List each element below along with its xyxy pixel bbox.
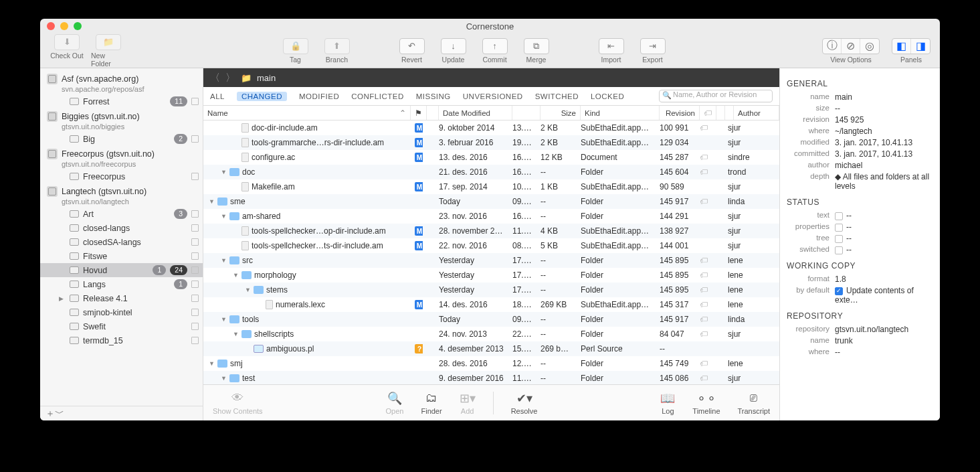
update-externals-checkbox[interactable] (835, 287, 843, 295)
checkout-button[interactable]: ⬇Check Out (50, 34, 84, 68)
revert-button[interactable]: ↶Revert (395, 38, 429, 64)
search-input[interactable]: Name, Author or Revision (659, 90, 773, 102)
minimize-window-button[interactable] (60, 22, 68, 30)
sidebar-item[interactable]: Forrest11 (40, 94, 203, 108)
column-header[interactable]: Name⌃ ⚑ Date Modified Size Kind Revision… (203, 106, 779, 121)
status-tree-checkbox[interactable] (835, 235, 843, 243)
checkbox[interactable] (191, 323, 199, 330)
panel-left-icon[interactable]: ◧ (892, 39, 911, 54)
checkbox[interactable] (191, 98, 199, 105)
table-row[interactable]: ▼toolsToday09.50--Folder145 917🏷linda (203, 312, 779, 327)
nav-back-button[interactable]: 〈 (210, 72, 220, 84)
sidebar-item[interactable]: Big2 (40, 132, 203, 146)
checkbox[interactable] (191, 266, 199, 274)
repo-header[interactable]: Asf (svn.apache.org)svn.apache.org/repos… (40, 71, 203, 94)
disclosure-icon[interactable]: ▼ (221, 375, 227, 382)
info-icon[interactable]: ⓘ (823, 39, 842, 54)
checkbox[interactable] (191, 252, 199, 260)
disclosure-icon[interactable]: ▼ (221, 169, 227, 175)
resolve-button[interactable]: ✔▾Resolve (511, 391, 538, 415)
commit-button[interactable]: ↑Commit (478, 38, 512, 64)
filter-changed[interactable]: CHANGED (237, 92, 287, 101)
branch-button[interactable]: ⬆Branch (320, 38, 355, 64)
filter-switched[interactable]: SWITCHED (535, 92, 579, 100)
repo-header[interactable]: Biggies (gtsvn.uit.no)gtsvn.uit.no/biggi… (40, 108, 203, 132)
nav-forward-button[interactable]: 〉 (225, 72, 235, 84)
repo-header[interactable]: Freecorpus (gtsvn.uit.no)gtsvn.uit.no/fr… (40, 146, 203, 169)
disclosure-icon[interactable]: ▼ (233, 331, 239, 337)
table-row[interactable]: tools-spellchecker…op-dir-include.amM28.… (203, 224, 779, 238)
disclosure-icon[interactable]: ▼ (233, 272, 239, 279)
table-row[interactable]: tools-grammarche…rs-dir-include.amM3. fe… (203, 135, 779, 150)
sidebar-item[interactable]: Freecorpus (40, 169, 203, 183)
table-row[interactable]: ▼srcYesterday17.07--Folder145 895🏷lene (203, 253, 779, 268)
filter-missing[interactable]: MISSING (416, 92, 451, 100)
sidebar-item[interactable]: ▶Release 4.1 (40, 291, 203, 305)
checkbox[interactable] (191, 337, 199, 344)
sidebar-item[interactable]: closedSA-langs (40, 235, 203, 249)
disclosure-icon[interactable]: ▼ (245, 287, 251, 293)
table-row[interactable]: ▼smj28. des. 201612.46--Folder145 749🏷le… (203, 356, 779, 371)
merge-button[interactable]: ⧉Merge (519, 38, 554, 64)
table-row[interactable]: doc-dir-include.amM9. oktober 201413.242… (203, 121, 779, 135)
sidebar-item[interactable]: Swefit (40, 319, 203, 333)
checkbox[interactable] (191, 210, 199, 218)
checkbox[interactable] (191, 281, 199, 288)
checkbox[interactable] (191, 309, 199, 316)
view-options-button[interactable]: ⓘ⊘◎ View Options (822, 38, 880, 64)
checkbox[interactable] (191, 224, 199, 232)
log-button[interactable]: 📖Log (660, 391, 675, 415)
table-row[interactable]: ▼shellscripts24. nov. 201322.48--Folder8… (203, 327, 779, 341)
cancel-icon[interactable]: ⊘ (842, 39, 860, 54)
filter-unversioned[interactable]: UNVERSIONED (463, 92, 523, 100)
disclosure-icon[interactable]: ▼ (209, 360, 215, 367)
table-row[interactable]: numerals.lexcM14. des. 201618.52269 KBSu… (203, 297, 779, 312)
checkbox[interactable] (191, 295, 199, 302)
table-row[interactable]: configure.acM13. des. 201616.3812 KBDocu… (203, 150, 779, 165)
sidebar-item[interactable]: Langs1 (40, 277, 203, 291)
finder-button[interactable]: 🗂Finder (421, 391, 442, 415)
zoom-window-button[interactable] (74, 22, 82, 30)
table-row[interactable]: ▼morphologyYesterday17.07--Folder145 895… (203, 268, 779, 283)
sidebar-item[interactable]: termdb_15 (40, 333, 203, 347)
add-source-button[interactable]: ＋﹀ (45, 408, 64, 420)
transcript-button[interactable]: ⎚Transcript (738, 391, 771, 415)
filter-modified[interactable]: MODIFIED (299, 92, 339, 100)
close-window-button[interactable] (47, 22, 55, 30)
filter-all[interactable]: ALL (210, 92, 225, 100)
export-button[interactable]: ⇥Export (635, 38, 670, 64)
status-properties-checkbox[interactable] (835, 224, 843, 232)
newfolder-button[interactable]: 📁New Folder (91, 34, 126, 68)
disclosure-icon[interactable]: ▼ (209, 198, 215, 205)
checkbox[interactable] (191, 135, 199, 143)
status-switched-checkbox[interactable] (835, 246, 843, 254)
disclosure-icon[interactable]: ▼ (221, 316, 227, 323)
table-row[interactable]: tools-spellchecker…ts-dir-include.amM22.… (203, 238, 779, 253)
filter-locked[interactable]: LOCKED (591, 92, 624, 100)
table-row[interactable]: ▼test9. desember 201611.42--Folder145 08… (203, 371, 779, 384)
filter-conflicted[interactable]: CONFLICTED (351, 92, 403, 100)
file-list[interactable]: doc-dir-include.amM9. oktober 201413.242… (203, 121, 779, 384)
table-row[interactable]: ▼smeToday09.50--Folder145 917🏷linda (203, 194, 779, 209)
table-row[interactable]: ▼stemsYesterday17.07--Folder145 895🏷lene (203, 283, 779, 297)
sidebar-item[interactable]: Hovud124 (40, 263, 203, 277)
checkbox[interactable] (191, 173, 199, 180)
panel-right-icon[interactable]: ◨ (911, 39, 930, 54)
disclosure-icon[interactable]: ▼ (221, 213, 227, 220)
table-row[interactable]: Makefile.amM17. sep. 201410.411 KBSubEth… (203, 179, 779, 194)
import-button[interactable]: ⇤Import (594, 38, 629, 64)
table-row[interactable]: ▼doc21. des. 201616.44--Folder145 604🏷tr… (203, 165, 779, 179)
checkbox[interactable] (191, 238, 199, 246)
table-row[interactable]: ambiguous.pl?4. desember 201315.48269 by… (203, 341, 779, 356)
sidebar-item[interactable]: smjnob-kintel (40, 305, 203, 319)
target-icon[interactable]: ◎ (860, 39, 879, 54)
titlebar[interactable]: Cornerstone (40, 19, 940, 33)
repo-header[interactable]: Langtech (gtsvn.uit.no)gtsvn.uit.no/lang… (40, 183, 203, 207)
panels-button[interactable]: ◧◨ Panels (892, 38, 930, 64)
sidebar-item[interactable]: Fitswe (40, 249, 203, 263)
sidebar-item[interactable]: Art3 (40, 207, 203, 221)
disclosure-icon[interactable]: ▼ (221, 257, 227, 264)
sidebar-item[interactable]: closed-langs (40, 221, 203, 235)
tag-button[interactable]: 🔒Tag (278, 38, 313, 64)
table-row[interactable]: ▼am-shared23. nov. 201616.49--Folder144 … (203, 209, 779, 224)
